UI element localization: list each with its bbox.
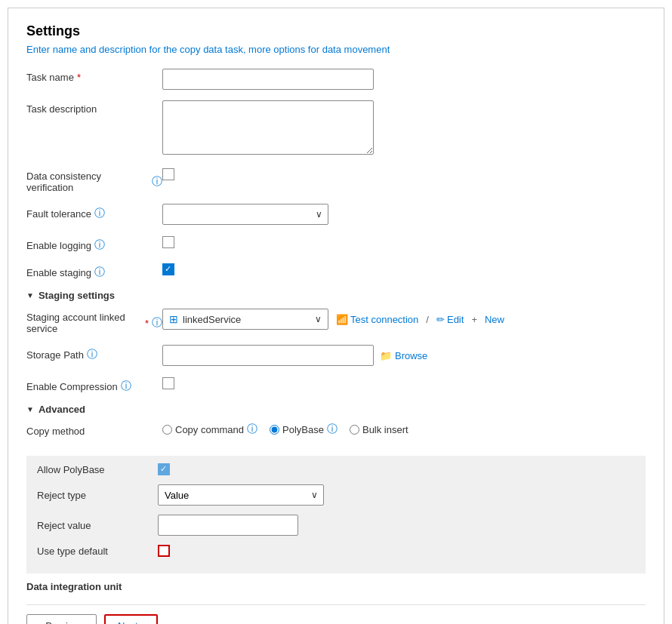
use-type-default-control [158,545,170,557]
enable-staging-label: Enable staging ⓘ [26,263,162,279]
data-consistency-control [162,168,646,180]
data-consistency-info-icon[interactable]: ⓘ [152,175,162,189]
reject-type-row: Reject type Value Percentage [37,484,635,506]
task-name-label: Task name * [26,69,162,83]
edit-link[interactable]: ✏ Edit [436,314,464,325]
linked-service-actions: 📶 Test connection / ✏ Edit + New [336,314,504,325]
copy-command-radio[interactable] [162,425,172,435]
subtitle-link[interactable]: Enter name and description for the copy … [26,44,646,55]
data-consistency-label: Data consistency verification ⓘ [26,168,162,193]
enable-logging-row: Enable logging ⓘ [26,235,646,252]
bulk-insert-radio[interactable] [350,425,359,435]
use-type-default-checkbox[interactable] [158,545,170,557]
staging-account-required: * [145,318,149,329]
reject-type-label: Reject type [37,490,158,501]
use-type-default-label: Use type default [37,546,158,557]
previous-arrow-icon: ‹ [39,620,42,625]
enable-staging-info-icon[interactable]: ⓘ [94,266,105,279]
task-name-required: * [77,72,81,83]
task-description-textarea[interactable] [162,100,374,155]
fault-tolerance-row: Fault tolerance ⓘ [26,204,646,225]
use-type-default-row: Use type default [37,545,635,557]
browse-link[interactable]: 📁 Browse [380,350,427,361]
linked-service-icon: ⊞ [169,313,178,325]
copy-command-info-icon[interactable]: ⓘ [247,423,257,436]
enable-staging-control [162,263,646,275]
data-consistency-checkbox[interactable] [162,168,174,180]
reject-value-row: Reject value 0 [37,515,635,536]
reject-type-control: Value Percentage [158,484,324,506]
task-name-input[interactable]: CopyFromSQLToSQLDW [162,69,374,90]
fault-tolerance-info-icon[interactable]: ⓘ [94,207,105,220]
task-name-control: CopyFromSQLToSQLDW [162,69,646,90]
reject-type-select-wrapper: Value Percentage [158,484,324,506]
allow-polybase-checkbox[interactable] [158,463,170,475]
reject-value-control: 0 [158,515,298,536]
next-arrow-icon: › [141,620,144,625]
storage-path-row: Storage Path ⓘ 📁 Browse [26,345,646,366]
enable-logging-control [162,235,646,248]
fault-tolerance-label: Fault tolerance ⓘ [26,204,162,220]
task-name-row: Task name * CopyFromSQLToSQLDW [26,69,646,90]
storage-path-control: 📁 Browse [162,345,646,366]
enable-staging-checkbox[interactable] [162,263,174,275]
folder-icon: 📁 [380,350,392,361]
allow-polybase-label: Allow PolyBase [37,464,158,475]
wifi-icon: 📶 [336,314,348,325]
reject-type-select[interactable]: Value Percentage [158,484,324,506]
linked-service-dropdown[interactable]: ⊞ linkedService ∨ [162,309,328,330]
footer: ‹ Previous Next › [26,604,646,624]
enable-compression-control [162,377,646,389]
storage-path-label: Storage Path ⓘ [26,345,162,361]
bulk-insert-option[interactable]: Bulk insert [350,424,408,435]
task-description-row: Task description [26,100,646,157]
staging-settings-header: ▼ Staging settings [26,290,646,301]
copy-method-label: Copy method [26,423,162,437]
test-connection-link[interactable]: 📶 Test connection [336,314,418,325]
enable-compression-row: Enable Compression ⓘ [26,377,646,393]
enable-compression-label: Enable Compression ⓘ [26,377,162,393]
next-button[interactable]: Next › [104,614,158,624]
storage-path-input[interactable] [162,345,374,366]
linked-service-chevron-icon: ∨ [315,314,322,324]
reject-value-input[interactable]: 0 [158,515,298,536]
enable-logging-label: Enable logging ⓘ [26,235,162,252]
task-description-control [162,100,646,157]
polybase-option[interactable]: PolyBase ⓘ [270,423,338,436]
data-integration-unit-row: Data integration unit [26,581,646,592]
polybase-info-icon[interactable]: ⓘ [327,423,338,436]
staging-account-row: Staging account linked service * ⓘ ⊞ lin… [26,309,646,334]
linked-service-text: linkedService [183,314,310,325]
new-link[interactable]: New [485,314,504,325]
staging-triangle-icon: ▼ [26,291,34,300]
copy-command-option[interactable]: Copy command ⓘ [162,423,257,436]
reject-value-label: Reject value [37,520,158,531]
fault-tolerance-select[interactable] [162,204,328,225]
action-separator-1: / [426,314,429,325]
copy-method-options: Copy command ⓘ PolyBase ⓘ Bulk insert [162,423,646,436]
polybase-radio[interactable] [270,425,279,435]
allow-polybase-control [158,463,170,475]
copy-method-control: Copy command ⓘ PolyBase ⓘ Bulk insert [162,423,646,445]
polybase-section: Allow PolyBase Reject type Value Percent… [26,456,646,573]
staging-account-label: Staging account linked service * ⓘ [26,309,162,334]
advanced-triangle-icon: ▼ [26,405,34,413]
fault-tolerance-select-wrapper [162,204,328,225]
settings-form: Task name * CopyFromSQLToSQLDW Task desc… [26,69,646,592]
allow-polybase-row: Allow PolyBase [37,463,635,475]
enable-logging-info-icon[interactable]: ⓘ [94,238,105,252]
page-title: Settings [26,23,646,39]
enable-compression-info-icon[interactable]: ⓘ [121,380,131,393]
enable-staging-row: Enable staging ⓘ [26,263,646,279]
task-description-label: Task description [26,100,162,115]
enable-logging-checkbox[interactable] [162,236,174,248]
storage-path-input-row: 📁 Browse [162,345,646,366]
storage-path-info-icon[interactable]: ⓘ [87,348,97,361]
previous-button[interactable]: ‹ Previous [26,614,97,624]
enable-compression-checkbox[interactable] [162,377,174,389]
action-separator-2: + [471,314,477,325]
staging-account-info-icon[interactable]: ⓘ [152,316,162,330]
edit-icon: ✏ [436,314,445,325]
copy-method-row: Copy method Copy command ⓘ PolyBase ⓘ [26,423,646,445]
advanced-header: ▼ Advanced [26,404,646,415]
